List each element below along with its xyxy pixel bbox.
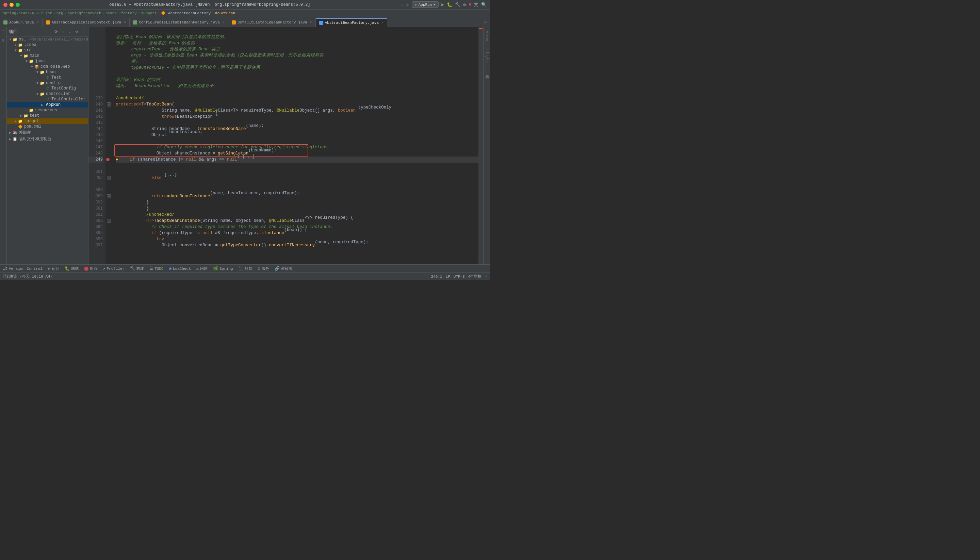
tab-default[interactable]: DefaultListableBeanFactory.java × xyxy=(228,18,316,27)
code-line-doc1: 返回指定 Bean 的实例，该实例可以是共享的或独立的。 xyxy=(116,34,478,40)
tab-apprun[interactable]: AppRun.java × xyxy=(0,18,43,27)
terminal-item[interactable]: ⬛ 终端 xyxy=(238,266,252,271)
bc-beans[interactable]: beans xyxy=(105,11,117,15)
nav-back-icon[interactable]: ◁ xyxy=(400,2,403,8)
tree-item-ossa3[interactable]: ▼ 📁 ossa3.0 ~/java/java/seckill-redis/d xyxy=(7,37,88,42)
todo-item[interactable]: ☰ TODO xyxy=(149,266,163,271)
tree-item-test-folder[interactable]: ▶ 📁 test xyxy=(7,113,88,118)
folder-icon-bean: 📁 xyxy=(40,70,45,75)
tree-item-idea[interactable]: ▶ 📁 .idea xyxy=(7,42,88,48)
sidebar-title: 项目 xyxy=(9,29,17,35)
run-play-icon[interactable]: ▶ xyxy=(441,2,444,7)
tree-item-pom[interactable]: ▶ 🔶 pom.xml xyxy=(7,124,88,129)
search-icon[interactable]: 🔍 xyxy=(481,2,487,7)
bc-method[interactable]: doGetBean xyxy=(215,11,235,15)
fold-icon-389[interactable]: − xyxy=(107,194,111,198)
folder-icon-target: 📁 xyxy=(18,119,23,123)
version-control-item[interactable]: ⎇ Version Control xyxy=(3,266,43,271)
services-item[interactable]: ⚙ 服务 xyxy=(258,266,269,271)
tab-close-appctx[interactable]: × xyxy=(124,21,126,25)
sidebar-settings-icon[interactable]: ⚙ xyxy=(74,29,79,35)
run-item[interactable]: ▶ 运行 xyxy=(48,266,59,271)
spring-item[interactable]: 🌿 Spring xyxy=(213,266,233,271)
tab-config[interactable]: ConfigurableListableBeanFactory.java × xyxy=(130,18,228,27)
tree-path: ~/java/java/seckill-redis/d xyxy=(28,37,88,42)
lib-icon-ext: 📚 xyxy=(12,130,18,135)
tab-close-abstract[interactable]: × xyxy=(382,21,383,25)
close-button[interactable] xyxy=(3,3,7,7)
bc-jar[interactable]: spring-beans-6.0.2.jar xyxy=(3,11,52,15)
problems-item[interactable]: ⚠ 问题 xyxy=(196,266,208,271)
tabs-overflow-button[interactable]: ⋯ xyxy=(481,19,490,25)
problems-label: 问题 xyxy=(200,266,208,271)
bc-springframework[interactable]: springframework xyxy=(67,11,101,15)
tab-abstract[interactable]: AbstractBeanFactory.java × xyxy=(316,18,387,27)
services-icon: ⚙ xyxy=(258,266,260,271)
tree-item-ext-lib[interactable]: ▶ 📚 外部库 xyxy=(7,129,88,136)
tree-item-src[interactable]: ▼ 📁 src xyxy=(7,48,88,53)
fold-icon-393[interactable]: − xyxy=(107,219,111,223)
tab-close-default[interactable]: × xyxy=(310,21,312,25)
editor-content[interactable]: 239 240 241 242 243 244 245 246 247 248 … xyxy=(88,27,483,264)
profiler-item[interactable]: ↗ Profiler xyxy=(103,266,125,271)
bc-support[interactable]: support xyxy=(141,11,157,15)
tree-item-bean[interactable]: ▼ 📁 bean xyxy=(7,69,88,75)
tree-item-testcontroller[interactable]: ▶ C TestController xyxy=(7,97,88,102)
tree-item-config-folder[interactable]: ▼ 📁 config xyxy=(7,80,88,86)
tree-item-apprun[interactable]: ▶ ▶ AppRun xyxy=(7,102,88,108)
settings-icon[interactable]: ⚙ xyxy=(463,2,466,7)
tree-item-testconfig[interactable]: ▶ C TestConfig xyxy=(7,86,88,91)
tree-item-test-class[interactable]: ▶ C Test xyxy=(7,75,88,80)
structure-icon[interactable]: ⊞ xyxy=(1,37,6,43)
file-encoding[interactable]: UTF-8 xyxy=(453,275,465,278)
bc-factory[interactable]: factory xyxy=(121,11,137,15)
tree-arrow-com: ▼ xyxy=(30,65,34,69)
breakpoint-item[interactable]: ⬤ 断点 xyxy=(84,266,97,271)
fold-icon-262[interactable]: + xyxy=(107,176,111,180)
tree-item-resources[interactable]: ▷ 📁 resources xyxy=(7,108,88,113)
debug-icon[interactable]: 🐛 xyxy=(447,2,452,7)
folder-icon-java: 📁 xyxy=(28,59,34,63)
maven-label[interactable]: Maven xyxy=(484,29,489,42)
code-line-393: <T> T adaptBeanInstance(String name, Obj… xyxy=(116,218,478,224)
cursor-position[interactable]: 249:1 xyxy=(431,275,442,278)
plugins-label[interactable]: Plugins xyxy=(484,48,489,65)
maximize-button[interactable] xyxy=(16,3,20,7)
tab-appctx[interactable]: AbstractApplicationContext.java × xyxy=(43,18,130,27)
build-item[interactable]: 🔨 构建 xyxy=(130,266,144,271)
tree-item-target[interactable]: ▶ 📁 target xyxy=(7,118,88,124)
minimize-button[interactable] xyxy=(10,3,13,7)
nav-forward-icon[interactable]: ▷ xyxy=(406,2,409,8)
line-ending[interactable]: LF xyxy=(446,275,450,278)
window-controls[interactable] xyxy=(3,3,20,7)
sidebar-collapse-icon[interactable]: ⬆ xyxy=(60,29,66,35)
tree-item-java[interactable]: ▼ 📁 java xyxy=(7,58,88,64)
dependencies-item[interactable]: 🔗 依赖项 xyxy=(275,266,292,271)
dependencies-icon: 🔗 xyxy=(275,266,280,271)
sidebar-toolbar: 项目 ⟳ ⬆ ↕ ⚙ — xyxy=(7,27,88,37)
build-icon[interactable]: 🔨 xyxy=(455,2,460,7)
sidebar-close-icon[interactable]: — xyxy=(81,29,86,35)
indent-type[interactable]: 4个空格 xyxy=(468,274,482,279)
sidebar-refresh-icon[interactable]: ⟳ xyxy=(53,29,59,35)
left-panel-toggle[interactable]: ☰ xyxy=(1,29,6,35)
apprun-button[interactable]: ▶ AppRun ▾ xyxy=(412,2,438,8)
tree-item-com[interactable]: ▼ 📦 com.ossa.web xyxy=(7,64,88,69)
structure-label[interactable]: 结构 xyxy=(484,71,490,73)
tab-close-apprun[interactable]: × xyxy=(37,21,39,25)
translate-icon[interactable]: 文 xyxy=(474,2,478,8)
tab-close-config[interactable]: × xyxy=(223,21,225,25)
code-editor[interactable]: 返回指定 Bean 的实例，该实例可以是共享的或独立的。 形参: 名称 – 要检… xyxy=(112,27,478,264)
lua-item[interactable]: ◉ LuaCheck xyxy=(169,266,191,271)
tree-label-com: com.ossa.web xyxy=(40,64,88,69)
code-line-doc4: args – 使用显式参数创建 Bean 实例时使用的参数（仅在创建新实例时应用… xyxy=(116,52,478,58)
tree-item-main[interactable]: ▼ 📁 main xyxy=(7,53,88,58)
tree-item-controller-folder[interactable]: ▼ 📁 controller xyxy=(7,91,88,97)
tree-item-scratch[interactable]: ▶ 📋 临时文件和控制台 xyxy=(7,136,88,142)
bc-class[interactable]: 🔶 AbstractBeanFactory xyxy=(161,11,211,15)
fold-icon-240[interactable]: − xyxy=(107,102,111,107)
stop-icon[interactable]: ■ xyxy=(468,2,471,7)
bc-org[interactable]: org xyxy=(57,11,63,15)
sidebar-sort-icon[interactable]: ↕ xyxy=(67,29,72,35)
debug-item[interactable]: 🐛 调试 xyxy=(65,266,78,271)
